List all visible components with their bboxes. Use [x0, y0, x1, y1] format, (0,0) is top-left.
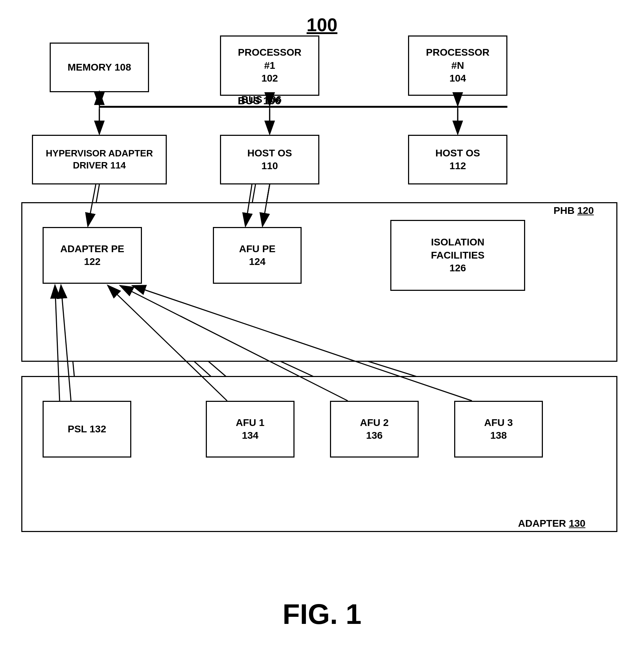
afu2-box: AFU 2136	[330, 401, 419, 458]
hostos112-box: HOST OS112	[408, 135, 507, 184]
processor1-box: PROCESSOR#1102	[220, 35, 319, 96]
phb-label: PHB 120	[554, 205, 594, 216]
fig-label: FIG. 1	[282, 598, 361, 631]
hostos110-box: HOST OS110	[220, 135, 319, 184]
diagram-container: 100 BUS 106	[0, 0, 644, 659]
psl-box: PSL 132	[43, 401, 131, 458]
afu1-box: AFU 1134	[206, 401, 295, 458]
diagram-title: 100	[307, 14, 337, 35]
processorN-box: PROCESSOR#N104	[408, 35, 507, 96]
adapter-pe-box: ADAPTER PE122	[43, 227, 142, 284]
afu3-box: AFU 3138	[454, 401, 543, 458]
adapter130-label: ADAPTER 130	[518, 518, 585, 529]
afu-pe-box: AFU PE124	[213, 227, 302, 284]
memory-box: MEMORY 108	[50, 43, 149, 92]
hypervisor-box: HYPERVISOR ADAPTERDRIVER 114	[32, 135, 167, 184]
isolation-box: ISOLATIONFACILITIES126	[390, 220, 525, 291]
